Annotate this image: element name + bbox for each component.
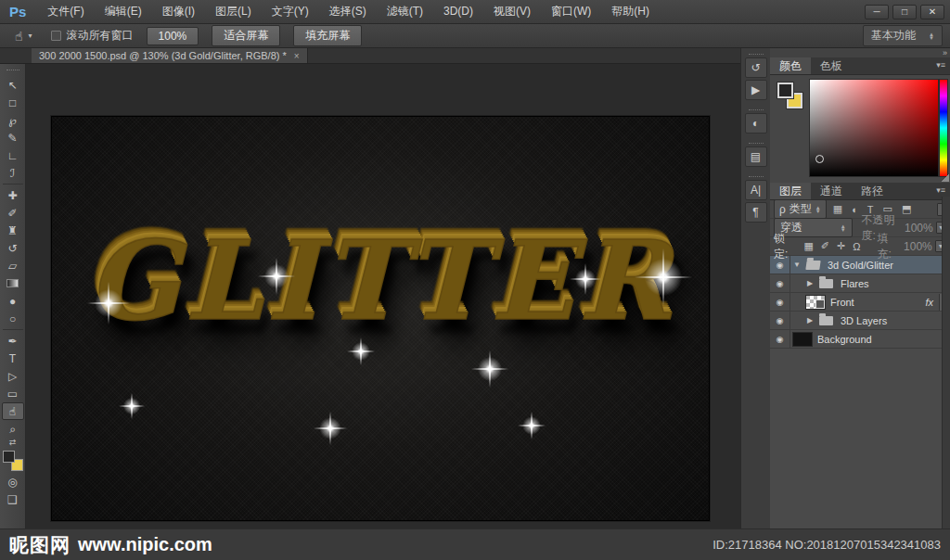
- shape-tool[interactable]: ▭: [2, 385, 24, 402]
- panel-scrollbar[interactable]: [942, 197, 950, 560]
- layer-comps-panel-button[interactable]: ▤: [745, 146, 767, 167]
- zoom-tool[interactable]: ⌕: [2, 420, 24, 438]
- panel-menu-icon[interactable]: ▾≡: [931, 57, 950, 74]
- menu-edit[interactable]: 编辑(E): [95, 0, 152, 23]
- fill-screen-button[interactable]: 填充屏幕: [293, 25, 362, 46]
- layer-row-front[interactable]: ◉ Front fx ▾: [770, 293, 950, 312]
- minimize-button[interactable]: ─: [865, 5, 889, 19]
- properties-panel-button[interactable]: ◐: [745, 113, 767, 134]
- canvas-image[interactable]: GLITTER: [51, 116, 710, 521]
- fx-badge[interactable]: fx: [925, 297, 933, 308]
- layer-thumbnail[interactable]: [805, 295, 826, 310]
- layer-thumbnail[interactable]: [792, 332, 813, 347]
- move-tool[interactable]: ↖: [2, 76, 24, 94]
- type-tool[interactable]: T: [2, 350, 24, 367]
- healing-brush-tool[interactable]: ✚: [2, 186, 24, 204]
- visibility-toggle[interactable]: ◉: [770, 274, 790, 292]
- menu-file[interactable]: 文件(F): [37, 0, 94, 23]
- layer-row-3d-layers[interactable]: ◉ ▶ 3D Layers: [770, 312, 950, 330]
- hue-slider[interactable]: [939, 79, 948, 177]
- menu-window[interactable]: 窗口(W): [541, 0, 601, 23]
- dock-grip[interactable]: [749, 54, 764, 55]
- tab-close-icon[interactable]: ×: [294, 51, 300, 61]
- filter-adjustment-icon[interactable]: ◐: [849, 204, 861, 215]
- workspace-label: 基本功能: [871, 28, 916, 44]
- tab-paths[interactable]: 路径: [852, 183, 892, 199]
- fit-screen-button[interactable]: 适合屏幕: [212, 25, 280, 46]
- dodge-tool[interactable]: ○: [2, 310, 24, 327]
- clone-stamp-tool[interactable]: ♜: [2, 222, 24, 239]
- pen-tool[interactable]: ✒: [2, 332, 24, 350]
- actions-panel-button[interactable]: ▶: [745, 80, 767, 100]
- tab-channels[interactable]: 通道: [811, 183, 852, 199]
- menu-filter[interactable]: 滤镜(T): [377, 0, 433, 23]
- visibility-toggle[interactable]: ◉: [770, 312, 790, 329]
- tool-preset-dropdown-icon[interactable]: ▾: [29, 32, 32, 40]
- brush-tool[interactable]: ✐: [2, 204, 24, 222]
- panel-resize-grip[interactable]: [942, 174, 949, 182]
- document-tab[interactable]: 300 2000 1500.psd @ 130% (3d Gold/Glitte…: [32, 48, 308, 63]
- scroll-all-windows-checkbox[interactable]: [51, 31, 61, 41]
- visibility-toggle[interactable]: ◉: [770, 293, 790, 311]
- dock-grip[interactable]: [749, 109, 764, 110]
- tab-color[interactable]: 颜色: [770, 57, 811, 74]
- fill-value[interactable]: 100%: [904, 240, 932, 253]
- visibility-toggle[interactable]: ◉: [770, 330, 790, 348]
- hand-tool[interactable]: ☝: [2, 402, 24, 420]
- lasso-tool[interactable]: ℘: [2, 111, 24, 129]
- filter-type-dropdown[interactable]: ρ 类型 ▲▼: [774, 199, 827, 219]
- collapse-to-icons-button[interactable]: »: [770, 48, 950, 57]
- lock-pixels-icon[interactable]: ✐: [819, 240, 831, 252]
- blur-tool-icon: ●: [9, 295, 16, 308]
- character-panel-button[interactable]: A|: [745, 180, 767, 200]
- marquee-tool[interactable]: □: [2, 94, 24, 111]
- lock-all-icon[interactable]: Ω: [851, 241, 862, 252]
- blur-tool[interactable]: ●: [2, 292, 24, 310]
- expand-collapse-icon[interactable]: ▶: [803, 316, 816, 325]
- panel-grip[interactable]: [6, 70, 19, 71]
- filter-pixel-icon[interactable]: ▦: [830, 203, 845, 215]
- workspace-selector[interactable]: 基本功能 ▲▼: [863, 25, 943, 46]
- expand-collapse-icon[interactable]: ▼: [790, 261, 803, 269]
- dock-grip[interactable]: [749, 176, 764, 177]
- history-panel-button[interactable]: ↺: [745, 57, 767, 78]
- color-field[interactable]: [809, 79, 939, 177]
- tab-layers[interactable]: 图层: [770, 183, 811, 199]
- foreground-color-swatch[interactable]: [3, 451, 15, 463]
- swap-colors-icon[interactable]: ⇄: [9, 438, 17, 449]
- lock-transparency-icon[interactable]: ▦: [802, 240, 815, 252]
- screen-mode-button[interactable]: ❑: [2, 490, 24, 508]
- dock-grip[interactable]: [749, 143, 764, 144]
- close-button[interactable]: ✕: [920, 5, 944, 19]
- crop-tool[interactable]: ∟: [2, 146, 24, 164]
- eyedropper-tool[interactable]: ℐ: [2, 164, 24, 182]
- layer-row-background[interactable]: ◉ Background: [770, 330, 950, 349]
- tab-swatches[interactable]: 色板: [811, 57, 852, 74]
- lock-position-icon[interactable]: ✛: [835, 240, 847, 252]
- color-panel-tabs: 颜色 色板 ▾≡: [770, 57, 950, 75]
- history-brush-tool[interactable]: ↺: [2, 239, 24, 257]
- menu-help[interactable]: 帮助(H): [601, 0, 660, 23]
- menu-layer[interactable]: 图层(L): [205, 0, 262, 23]
- path-selection-tool[interactable]: ▷: [2, 367, 24, 385]
- zoom-100-button[interactable]: 100%: [147, 27, 199, 45]
- menu-select[interactable]: 选择(S): [319, 0, 377, 23]
- canvas-workarea[interactable]: GLITTER: [26, 64, 740, 528]
- paragraph-panel-button[interactable]: ¶: [745, 202, 767, 223]
- menu-image[interactable]: 图像(I): [152, 0, 205, 23]
- shape-tool-icon: ▭: [7, 388, 18, 401]
- layer-row-flares[interactable]: ◉ ▶ Flares: [770, 274, 950, 293]
- maximize-button[interactable]: □: [892, 5, 917, 19]
- menu-view[interactable]: 视图(V): [483, 0, 541, 23]
- menu-type[interactable]: 文字(Y): [262, 0, 319, 23]
- eraser-tool[interactable]: ▱: [2, 257, 24, 274]
- expand-collapse-icon[interactable]: ▶: [803, 279, 816, 287]
- visibility-toggle[interactable]: ◉: [770, 256, 790, 274]
- quick-selection-tool[interactable]: ✎: [2, 129, 24, 146]
- quick-mask-button[interactable]: ◎: [2, 473, 24, 490]
- lens-flare: [518, 412, 546, 439]
- gradient-tool[interactable]: [2, 274, 24, 292]
- menu-3d[interactable]: 3D(D): [433, 0, 483, 23]
- color-field-cursor[interactable]: [815, 155, 824, 163]
- foreground-color-swatch[interactable]: [777, 83, 793, 98]
